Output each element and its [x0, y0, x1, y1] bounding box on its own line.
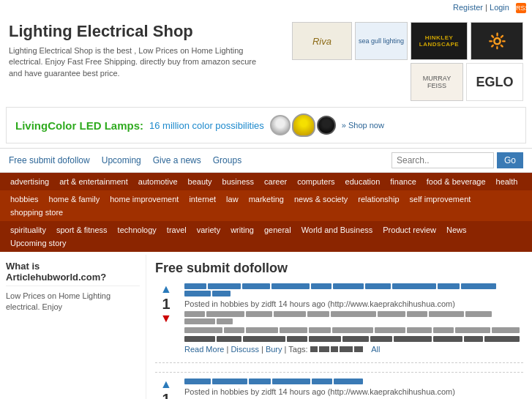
post-content-blocks-1b: [184, 327, 523, 333]
register-link[interactable]: Register: [453, 3, 483, 12]
all-link[interactable]: All: [371, 345, 380, 354]
vote-count-1: 1: [162, 295, 170, 313]
brand-murray: MURRAYFEISS: [411, 63, 463, 101]
site-title: Lighting Electrical Shop: [9, 22, 258, 41]
cat-shopping[interactable]: shopping store: [6, 206, 67, 218]
discuss-link[interactable]: Discuss: [231, 345, 259, 354]
cat-art[interactable]: art & entertainment: [55, 176, 132, 187]
cat-law[interactable]: law: [222, 193, 243, 205]
cat-home-improvement[interactable]: home improvement: [105, 193, 183, 205]
category-bar-3: spirituality sport & fitness technology …: [0, 221, 532, 252]
section-title: Free submit dofollow: [155, 261, 523, 276]
nav-upcoming[interactable]: Upcoming: [102, 155, 141, 165]
cat-hobbies[interactable]: hobbies: [6, 193, 43, 205]
sidebar: What is Articlehubworld.com? Low Prices …: [0, 255, 146, 399]
cat-internet[interactable]: internet: [184, 193, 220, 205]
cat-general[interactable]: general: [260, 224, 296, 236]
search-button[interactable]: Go: [497, 152, 523, 168]
post-content-blocks-1c: [184, 336, 523, 342]
separator: |: [485, 3, 487, 12]
brand-seagull: sea gull lighting: [355, 22, 408, 60]
vote-count-2: 1: [162, 390, 170, 399]
divider: [155, 372, 523, 373]
cat-variety[interactable]: variety: [192, 224, 225, 236]
cat-product-review[interactable]: Product review: [378, 224, 441, 236]
category-bar-1: advertising art & entertainment automoti…: [0, 173, 532, 190]
cat-finance[interactable]: finance: [386, 176, 420, 187]
cat-sport[interactable]: sport & fitness: [52, 224, 112, 236]
vote-box-2: ▲ 1 ▼: [155, 379, 177, 399]
cat-upcoming-story[interactable]: Upcoming story: [6, 237, 70, 249]
cat-education[interactable]: education: [341, 176, 385, 187]
post-content-blocks-1a: [184, 311, 523, 324]
led-banner: LivingColor LED Lamps: 16 million color …: [6, 107, 526, 143]
nav-free-submit[interactable]: Free submit dofollow: [9, 155, 90, 165]
post-body-2: Posted in hobbies by zidft 14 hours ago …: [184, 379, 523, 399]
cat-world-business[interactable]: World and Business: [297, 224, 378, 236]
post-meta-2: Posted in hobbies by zidft 14 hours ago …: [184, 387, 523, 396]
vote-up-1[interactable]: ▲: [160, 283, 172, 295]
brands-area: Riva sea gull lighting HINKLEYLANDSCAPE …: [260, 22, 523, 101]
cat-food[interactable]: food & beverage: [422, 176, 490, 187]
sidebar-description: Low Prices on Home Lighting electrical. …: [6, 291, 140, 313]
post-title-blocks-1: [184, 283, 523, 297]
search-area: Go: [391, 152, 523, 168]
cat-spirituality[interactable]: spirituality: [6, 224, 50, 236]
cat-relationship[interactable]: relationship: [353, 193, 403, 205]
cat-business[interactable]: business: [218, 176, 258, 187]
brand-chandelier: 🔆: [471, 22, 523, 60]
cat-career[interactable]: career: [260, 176, 291, 187]
nav-bar: Free submit dofollow Upcoming Give a new…: [0, 148, 532, 173]
main-layout: What is Articlehubworld.com? Low Prices …: [0, 255, 532, 399]
top-bar: Register | Login RSS: [0, 0, 532, 16]
vote-down-1[interactable]: ▼: [160, 313, 172, 324]
cat-travel[interactable]: travel: [162, 224, 191, 236]
sidebar-title: What is Articlehubworld.com?: [6, 261, 140, 286]
login-link[interactable]: Login: [490, 3, 509, 12]
nav-groups[interactable]: Groups: [213, 155, 241, 165]
cat-automotive[interactable]: automotive: [134, 176, 182, 187]
cat-self-improvement[interactable]: self improvement: [405, 193, 476, 205]
cat-writing[interactable]: writing: [226, 224, 258, 236]
post-item-2: ▲ 1 ▼ Posted in hobbies by zidft 14 hour…: [155, 379, 523, 399]
vote-box-1: ▲ 1 ▼: [155, 283, 177, 354]
brand-riva: Riva: [292, 22, 352, 60]
nav-give-news[interactable]: Give a news: [153, 155, 201, 165]
brand-eglo: EGLO: [466, 63, 523, 101]
page-header: Lighting Electrical Shop Lighting Electr…: [0, 16, 532, 107]
bulb-icon: [270, 113, 336, 137]
cat-health[interactable]: health: [492, 176, 522, 187]
led-title: LivingColor LED Lamps:: [15, 119, 143, 132]
cat-home-family[interactable]: home & family: [45, 193, 105, 205]
cat-beauty[interactable]: beauty: [184, 176, 217, 187]
site-description: Lighting Electrical Shop is the best , L…: [9, 45, 258, 79]
vote-up-2[interactable]: ▲: [160, 379, 172, 390]
content-area: Free submit dofollow ▲ 1 ▼: [146, 255, 532, 399]
post-item: ▲ 1 ▼: [155, 283, 523, 363]
bury-link[interactable]: Bury: [266, 345, 282, 354]
category-bar-2: hobbies home & family home improvement i…: [0, 190, 532, 221]
read-more-link[interactable]: Read More: [184, 345, 224, 354]
led-subtitle: 16 million color possibilities: [149, 120, 264, 131]
post-title-blocks-2: [184, 379, 523, 384]
cat-news[interactable]: news & society: [290, 193, 352, 205]
rss-icon[interactable]: RSS: [516, 3, 526, 13]
cat-technology[interactable]: technology: [113, 224, 161, 236]
cat-computers[interactable]: computers: [293, 176, 339, 187]
brand-hinkley: HINKLEYLANDSCAPE: [411, 22, 468, 60]
search-input[interactable]: [391, 152, 494, 168]
post-body-1: Posted in hobbies by zidft 14 hours ago …: [184, 283, 523, 354]
cat-marketing[interactable]: marketing: [244, 193, 288, 205]
post-footer-1: Read More | Discuss | Bury | Tags: All: [184, 345, 523, 354]
post-meta-1: Posted in hobbies by zidft 14 hours ago …: [184, 299, 523, 308]
cat-advertising[interactable]: advertising: [6, 176, 53, 187]
cat-news2[interactable]: News: [442, 224, 471, 236]
header-left: Lighting Electrical Shop Lighting Electr…: [9, 22, 258, 79]
shop-now-link[interactable]: » Shop now: [342, 121, 384, 130]
